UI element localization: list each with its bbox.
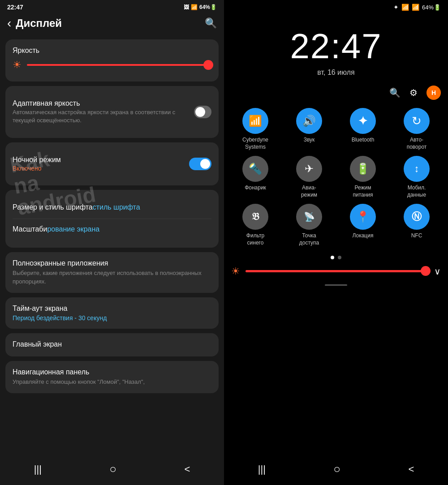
brightness-title: Яркость bbox=[13, 47, 211, 55]
nav-back-right[interactable]: < bbox=[408, 464, 414, 475]
brightness-slider[interactable] bbox=[27, 64, 211, 66]
sound-tile-icon: 🔊 bbox=[302, 115, 316, 127]
status-bar-right: ✦ 📶 📶 64%🔋 bbox=[224, 0, 448, 13]
tile-battery-saver[interactable]: 🔋 Режимпитания bbox=[339, 156, 387, 198]
tile-wifi[interactable]: 📶 CyberdyneSystems bbox=[231, 108, 280, 150]
nav-panel-subtitle: Управляйте с помощью кнопок "Ломой", "На… bbox=[13, 378, 211, 386]
date-text: вт, 16 июля bbox=[224, 69, 448, 77]
status-icons-left: 🖼 📶 64%🔋 bbox=[184, 4, 217, 10]
wifi-tile-icon: 📶 bbox=[249, 115, 262, 127]
tile-label-wifi: CyberdyneSystems bbox=[242, 137, 268, 150]
tile-label-rotate: Авто-поворот bbox=[407, 137, 427, 150]
airplane-tile-icon: ✈ bbox=[305, 163, 314, 175]
tile-label-sound: Звук bbox=[304, 137, 315, 144]
brightness-row[interactable]: ☀ bbox=[13, 56, 211, 74]
nfc-tile-icon: Ⓝ bbox=[412, 210, 422, 223]
font-size-item[interactable]: Размер и стиль шрифтастиль шрифта bbox=[13, 197, 211, 219]
scale-label-1: Масштаби bbox=[13, 225, 47, 233]
tile-label-nfc: NFC bbox=[411, 232, 422, 240]
expand-icon[interactable]: ∨ bbox=[434, 266, 441, 277]
tile-location[interactable]: 📍 Локация bbox=[339, 204, 387, 246]
nav-panel-card[interactable]: Навигационная панель Управляйте с помощь… bbox=[5, 361, 219, 393]
toggle-knob bbox=[195, 107, 205, 117]
divider-line bbox=[325, 284, 347, 286]
tile-circle-blue: 𝔅 bbox=[242, 204, 268, 230]
tile-circle-rotate: ↻ bbox=[404, 108, 430, 134]
screen-timeout-title: Тайм-аут экрана bbox=[13, 305, 211, 313]
night-mode-status: Включено bbox=[13, 165, 61, 172]
scale-label-2: рование экрана bbox=[47, 225, 99, 233]
fullscreen-apps-card[interactable]: Полноэкранные приложения Выберите, какие… bbox=[5, 252, 219, 292]
hotspot-tile-icon: 📡 bbox=[304, 211, 315, 222]
tile-rotate[interactable]: ↻ Авто-поворот bbox=[392, 108, 441, 150]
tile-bluetooth[interactable]: ✦ Bluetooth bbox=[339, 108, 387, 150]
nav-home-right[interactable]: ○ bbox=[333, 462, 340, 476]
time-left: 22:47 bbox=[7, 4, 23, 11]
adaptive-brightness-toggle[interactable] bbox=[194, 106, 211, 118]
night-mode-row: Ночной режим Включено bbox=[13, 156, 211, 172]
tile-circle-flashlight: 🔦 bbox=[242, 156, 268, 182]
sun-icon-right: ☀ bbox=[231, 266, 240, 277]
nav-menu-left[interactable]: ||| bbox=[34, 464, 42, 475]
flashlight-tile-icon: 🔦 bbox=[249, 163, 262, 175]
adaptive-night-card: Адаптивная яркость Автоматическая настро… bbox=[5, 86, 219, 138]
font-scale-card: Размер и стиль шрифтастиль шрифта Масшта… bbox=[5, 190, 219, 248]
big-clock: 22:47 bbox=[224, 26, 448, 67]
tile-airplane[interactable]: ✈ Авиа-режим bbox=[285, 156, 333, 198]
clock-area: 22:47 вт, 16 июля bbox=[224, 13, 448, 81]
font-size-row: Размер и стиль шрифтастиль шрифта bbox=[13, 203, 211, 212]
qs-search-icon[interactable]: 🔍 bbox=[389, 87, 401, 98]
dot-2[interactable] bbox=[338, 256, 341, 259]
bottom-nav-left: ||| ○ < bbox=[0, 457, 224, 485]
tile-circle-hotspot: 📡 bbox=[296, 204, 322, 230]
brightness-thumb-right[interactable] bbox=[421, 266, 431, 276]
tile-label-flashlight: Фонарик bbox=[245, 185, 266, 192]
user-avatar[interactable]: H bbox=[426, 86, 441, 100]
screen-timeout-card[interactable]: Тайм-аут экрана Период бездействия - 30 … bbox=[5, 297, 219, 329]
page-dots bbox=[224, 250, 448, 262]
tile-hotspot[interactable]: 📡 Точкадоступа bbox=[285, 204, 333, 246]
search-icon[interactable]: 🔍 bbox=[205, 17, 217, 29]
tile-flashlight[interactable]: 🔦 Фонарик bbox=[231, 156, 280, 198]
tile-nfc[interactable]: Ⓝ NFC bbox=[392, 204, 441, 246]
screen-scale-title: Масштабирование экрана bbox=[13, 225, 99, 233]
screen-scale-item[interactable]: Масштабирование экрана bbox=[13, 219, 211, 240]
nav-back-left[interactable]: < bbox=[184, 464, 190, 475]
dot-1[interactable] bbox=[331, 256, 334, 259]
settings-content: Яркость ☀ Адаптивная яркость Автоматичес… bbox=[0, 36, 224, 457]
mobile-tile-icon: ↕ bbox=[414, 163, 419, 175]
tile-label-bluetooth: Bluetooth bbox=[352, 137, 375, 144]
home-screen-title: Главный экран bbox=[13, 340, 211, 348]
qs-settings-icon[interactable]: ⚙ bbox=[409, 87, 418, 98]
night-mode-title: Ночной режим bbox=[13, 156, 61, 164]
page-title: Дисплей bbox=[16, 17, 62, 30]
signal-status: 📶 bbox=[412, 4, 419, 11]
quick-tiles-grid: 📶 CyberdyneSystems 🔊 Звук ✦ Bluetooth ↻ … bbox=[224, 104, 448, 250]
font-style-highlight: стиль шрифта bbox=[93, 203, 140, 211]
back-button[interactable]: ‹ Дисплей bbox=[7, 16, 62, 30]
brightness-card: Яркость ☀ bbox=[5, 39, 219, 82]
tile-mobile-data[interactable]: ↕ Мобил.данные bbox=[392, 156, 441, 198]
tile-label-hotspot: Точкадоступа bbox=[299, 232, 319, 246]
adaptive-brightness-subtitle: Автоматическая настройка яркости экрана … bbox=[13, 108, 194, 124]
battery-tile-icon: 🔋 bbox=[356, 163, 370, 175]
brightness-thumb[interactable] bbox=[203, 60, 213, 70]
tile-label-blue: Фильтрсинего bbox=[246, 232, 264, 246]
night-mode-toggle[interactable] bbox=[189, 158, 211, 170]
tile-blue-filter[interactable]: 𝔅 Фильтрсинего bbox=[231, 204, 280, 246]
qs-header-row: 🔍 ⚙ H bbox=[224, 81, 448, 104]
brightness-bar-right: ☀ ∨ bbox=[224, 262, 448, 283]
bluetooth-status-icon: ✦ bbox=[393, 4, 399, 11]
tile-label-battery: Режимпитания bbox=[353, 185, 373, 198]
brightness-slider-right[interactable] bbox=[246, 270, 429, 272]
bluetooth-tile-icon: ✦ bbox=[358, 114, 368, 128]
tile-circle-airplane: ✈ bbox=[296, 156, 322, 182]
screen-timeout-value: Период бездействия - 30 секунд bbox=[13, 314, 211, 322]
wifi-status-icon: 📶 bbox=[401, 4, 409, 11]
nav-home-left[interactable]: ○ bbox=[109, 462, 116, 476]
fullscreen-subtitle: Выберите, какие приложения следует испол… bbox=[13, 269, 211, 285]
nav-menu-right[interactable]: ||| bbox=[258, 464, 266, 475]
tile-sound[interactable]: 🔊 Звук bbox=[285, 108, 333, 150]
home-screen-card[interactable]: Главный экран bbox=[5, 333, 219, 356]
sun-icon: ☀ bbox=[13, 59, 22, 71]
